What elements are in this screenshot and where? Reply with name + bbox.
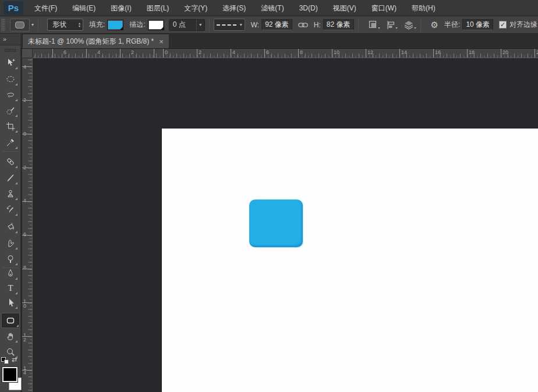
path-alignment-button[interactable]: ▾ [386,20,398,30]
pen-tool[interactable] [3,266,18,280]
menu-item-6[interactable]: 滤镜(T) [253,0,291,16]
spot-healing-brush-tool[interactable] [3,155,18,169]
pen-tool-icon [6,269,15,278]
h-ruler-label: 2 [131,49,134,55]
align-edges-label: 对齐边缘 [509,20,537,30]
vertical-ruler[interactable]: 42024681 01 21 4 [22,58,33,392]
canvas[interactable] [162,129,538,392]
stroke-style-dropdown[interactable]: ▾ [214,19,245,31]
link-dimensions-icon[interactable] [298,22,308,28]
paint-bucket-tool[interactable] [3,220,18,234]
path-arrangement-button[interactable]: ▾ [404,20,416,30]
menu-item-0[interactable]: 文件(F) [27,0,65,16]
menu-item-8[interactable]: 视图(V) [325,0,364,16]
menu-item-2[interactable]: 图像(I) [103,0,139,16]
hand-tool-icon [6,332,15,341]
fill-swatch[interactable] [107,20,123,30]
crop-tool[interactable] [3,119,18,133]
stroke-width-combobox[interactable]: 0 点 ▾ [169,19,205,31]
separator [358,18,359,32]
chevron-down-icon[interactable]: ▾ [196,20,204,30]
brush-tool[interactable] [3,171,18,185]
toolbar-collapse-button[interactable]: » [0,34,20,45]
clone-stamp-tool[interactable] [3,187,18,201]
toolbar-grip[interactable] [5,49,16,52]
foreground-color-swatch[interactable] [2,367,17,382]
width-label: W: [251,21,259,29]
path-selection-tool[interactable] [3,295,18,309]
radius-label: 半径: [444,20,460,30]
h-ruler-label: 18 [469,49,475,55]
document-tab-bar: 未标题-1 @ 100% (圆角矩形 1, RGB/8) * × [21,34,538,49]
rounded-rectangle-tool[interactable] [2,313,19,327]
history-brush-tool-icon [6,205,15,214]
v-ruler-label: 2 [23,165,28,170]
rounded-rectangle-shape[interactable] [249,199,303,247]
horizontal-ruler[interactable]: 86420246810121416182022 [22,49,538,58]
document-tab[interactable]: 未标题-1 @ 100% (圆角矩形 1, RGB/8) * × [22,34,169,48]
smudge-tool[interactable] [3,236,18,250]
stroke-label: 描边: [129,20,145,30]
h-ruler-label: 12 [367,49,373,55]
menu-bar: Ps 文件(F)编辑(E)图像(I)图层(L)文字(Y)选择(S)滤镜(T)3D… [0,0,538,16]
menu-item-9[interactable]: 窗口(W) [364,0,404,16]
smudge-tool-icon [6,238,15,248]
default-background-chip [4,359,9,364]
corner-radius-field[interactable]: 10 像素 [462,19,493,30]
h-ruler-label: 2 [199,49,201,55]
shape-width-field[interactable]: 92 像素 [261,19,292,30]
move-tool[interactable] [3,56,18,70]
h-ruler-label: 0 [165,49,168,55]
gear-icon[interactable]: ⚙ [431,20,438,30]
dodge-tool[interactable] [3,252,18,266]
tool-mode-value: 形状 [52,20,66,30]
tool-options-bar: ▾ 形状 ▴▾ 填充: 描边: 0 点 ▾ ▾ W: 92 像素 H: 82 像… [0,16,538,34]
align-edges-checkbox[interactable]: ✓ [499,21,507,28]
menu-item-10[interactable]: 帮助(H) [404,0,443,16]
menu-item-1[interactable]: 编辑(E) [65,0,103,16]
height-label: H: [314,21,321,29]
photoshop-logo: Ps [3,1,23,15]
shape-height-field[interactable]: 82 像素 [323,19,354,30]
tool-preset-picker[interactable] [10,19,30,31]
dodge-tool-icon [6,254,15,263]
rounded-rectangle-preset-icon [15,22,24,28]
v-ruler-label: 4 [23,65,28,69]
type-tool[interactable]: T [3,281,18,295]
separator [2,151,19,152]
quick-selection-tool-icon [6,106,15,115]
hand-tool[interactable] [3,329,18,343]
tool-mode-select[interactable]: 形状 ▴▾ [47,19,83,31]
eyedropper-tool[interactable] [3,136,18,149]
pasteboard [33,58,538,392]
swatch-corner-icon [161,27,164,30]
menu-item-3[interactable]: 图层(L) [139,0,177,16]
dashed-line-icon [217,24,236,26]
document-tab-title: 未标题-1 @ 100% (圆角矩形 1, RGB/8) * [28,37,154,47]
crop-tool-icon [6,122,15,131]
menu-item-5[interactable]: 选择(S) [215,0,253,16]
h-ruler-label: 16 [435,49,441,55]
stroke-swatch[interactable] [148,20,164,30]
menu-items: 文件(F)编辑(E)图像(I)图层(L)文字(Y)选择(S)滤镜(T)3D(D)… [27,0,443,16]
chevron-down-icon[interactable]: ▾ [31,22,34,27]
ruler-origin-box[interactable] [22,49,33,58]
updown-arrows-icon: ▴▾ [79,22,80,28]
fill-label: 填充: [89,20,105,30]
v-ruler-label: 1 4 [23,366,28,375]
path-operations-button[interactable]: ▾ [369,20,380,30]
chevron-down-icon: ▾ [396,26,398,30]
menu-item-4[interactable]: 文字(Y) [176,0,215,16]
close-icon[interactable]: × [159,38,164,45]
h-ruler-label: 4 [97,49,100,55]
clone-stamp-tool-icon [6,189,15,198]
v-ruler-label: 4 [23,198,28,203]
zoom-tool[interactable] [3,345,18,359]
options-bar-grip[interactable] [1,19,5,31]
lasso-tool[interactable] [3,88,18,102]
history-brush-tool[interactable] [3,202,18,216]
separator [38,18,38,32]
menu-item-7[interactable]: 3D(D) [292,0,325,16]
marquee-tool[interactable] [3,72,18,86]
quick-selection-tool[interactable] [3,104,18,117]
